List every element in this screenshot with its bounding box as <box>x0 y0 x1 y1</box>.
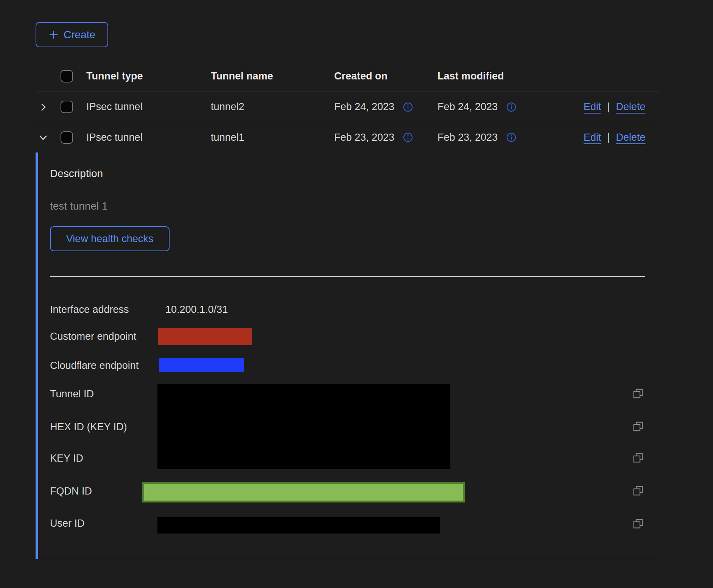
created-on-value: Feb 23, 2023 <box>334 132 394 143</box>
customer-endpoint-redacted-value <box>158 328 252 345</box>
info-icon[interactable] <box>506 102 517 112</box>
tunnel-id-label: Tunnel ID <box>50 387 94 400</box>
fqdn-id-label: FQDN ID <box>50 485 92 498</box>
action-separator: | <box>607 101 610 113</box>
copy-icon[interactable] <box>632 485 644 496</box>
description-label: Description <box>50 168 103 180</box>
table-row: IPsec tunnel tunnel1 Feb 23, 2023 Feb 23… <box>36 122 659 152</box>
header-tunnel-name: Tunnel name <box>211 61 273 92</box>
user-id-label: User ID <box>50 517 85 530</box>
last-modified-value: Feb 23, 2023 <box>437 132 498 143</box>
create-button[interactable]: Create <box>36 22 108 47</box>
tunnel-name-value: tunnel2 <box>211 92 244 122</box>
header-last-modified: Last modified <box>437 61 504 92</box>
header-created-on: Created on <box>334 61 388 92</box>
section-divider <box>50 276 645 277</box>
cloudflare-endpoint-label: Cloudflare endpoint <box>50 359 139 372</box>
edit-link[interactable]: Edit <box>584 101 601 113</box>
chevron-right-icon <box>38 102 48 112</box>
tunnels-page: Create Tunnel type Tunnel name Created o… <box>0 0 713 588</box>
expand-row-button[interactable] <box>38 92 53 122</box>
copy-icon[interactable] <box>632 388 644 399</box>
delete-link[interactable]: Delete <box>616 101 646 113</box>
collapse-row-button[interactable] <box>38 122 53 152</box>
info-icon[interactable] <box>403 102 413 112</box>
row-checkbox[interactable] <box>61 131 73 144</box>
edit-link[interactable]: Edit <box>584 132 601 143</box>
select-all-checkbox[interactable] <box>61 70 73 82</box>
tunnel-name-value: tunnel1 <box>211 122 244 152</box>
plus-icon <box>48 30 59 40</box>
description-value: test tunnel 1 <box>50 200 108 212</box>
interface-address-label: Interface address <box>50 303 129 316</box>
ids-redacted-block <box>157 384 450 469</box>
tunnel-type-value: IPsec tunnel <box>86 122 143 152</box>
tunnel-type-value: IPsec tunnel <box>86 92 143 122</box>
create-button-label: Create <box>64 29 95 41</box>
hex-id-label: HEX ID (KEY ID) <box>50 420 127 433</box>
interface-address-value: 10.200.1.0/31 <box>165 303 228 316</box>
info-icon[interactable] <box>403 132 413 143</box>
last-modified-value: Feb 24, 2023 <box>437 101 498 113</box>
info-icon[interactable] <box>506 132 517 143</box>
fqdn-id-redacted-value <box>142 482 465 502</box>
row-checkbox[interactable] <box>61 101 73 113</box>
copy-icon[interactable] <box>632 421 644 432</box>
key-id-label: KEY ID <box>50 452 83 465</box>
customer-endpoint-label: Customer endpoint <box>50 330 136 343</box>
header-tunnel-type: Tunnel type <box>86 61 143 92</box>
chevron-down-icon <box>38 132 48 143</box>
table-header-row: Tunnel type Tunnel name Created on Last … <box>36 61 659 92</box>
delete-link[interactable]: Delete <box>616 132 646 143</box>
copy-icon[interactable] <box>632 452 644 464</box>
table-row: IPsec tunnel tunnel2 Feb 24, 2023 Feb 24… <box>36 92 659 122</box>
created-on-value: Feb 24, 2023 <box>334 101 394 113</box>
user-id-redacted-value <box>157 517 440 534</box>
action-separator: | <box>607 132 610 143</box>
expanded-tunnel-panel: Description test tunnel 1 View health ch… <box>36 152 659 559</box>
copy-icon[interactable] <box>632 518 644 529</box>
cloudflare-endpoint-redacted-value <box>159 358 244 372</box>
view-health-checks-button[interactable]: View health checks <box>50 226 170 251</box>
